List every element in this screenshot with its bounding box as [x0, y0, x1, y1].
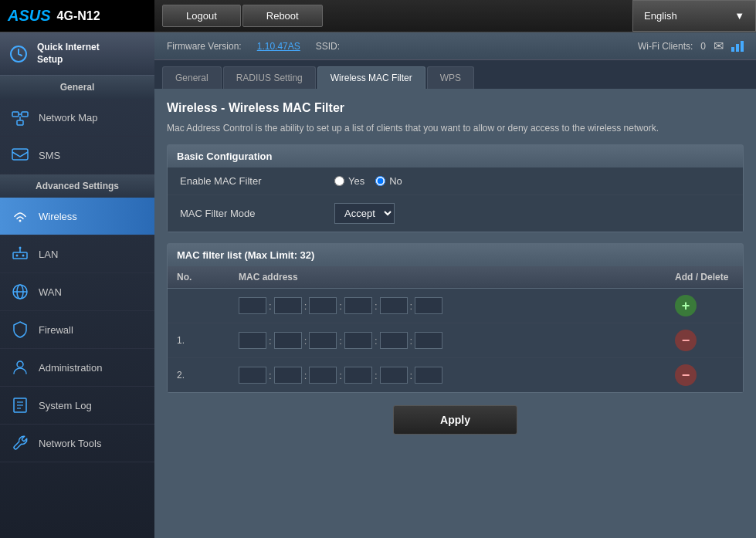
mac-octet-1-6[interactable]	[415, 332, 442, 349]
sidebar-label-lan: LAN	[39, 249, 58, 260]
tab-mac-filter[interactable]: Wireless MAC Filter	[317, 66, 425, 89]
mac-mode-select[interactable]: Accept Drop	[334, 203, 395, 224]
sidebar-label-wireless: Wireless	[39, 211, 77, 222]
mac-mode-row: MAC Filter Mode Accept Drop	[168, 195, 743, 232]
mac-octet-1-2[interactable]	[274, 332, 302, 349]
mac-sep: :	[304, 300, 307, 312]
radio-no-input[interactable]	[375, 176, 385, 186]
table-row: 1. : : : :	[168, 323, 743, 358]
content-area: Firmware Version: 1.10.47AS SSID: Wi-Fi …	[154, 32, 756, 538]
sidebar-item-network-tools[interactable]: Network Tools	[0, 425, 154, 462]
firmware-label: Firmware Version:	[167, 41, 242, 52]
mac-octet-1-5[interactable]	[380, 332, 408, 349]
mac-octet-2-5[interactable]	[380, 367, 408, 384]
apply-button[interactable]: Apply	[393, 405, 517, 435]
row-no-2: 2.	[168, 358, 229, 393]
sidebar-item-sms[interactable]: SMS	[0, 137, 154, 174]
system-log-icon	[9, 394, 31, 416]
mac-octet-0-3[interactable]	[309, 297, 337, 314]
mac-list-header: MAC filter list (Max Limit: 32)	[168, 244, 743, 266]
mac-table: No. MAC address Add / Delete	[168, 266, 743, 392]
svg-rect-1	[12, 112, 19, 117]
advanced-section-header: Advanced Settings	[0, 174, 154, 198]
svg-point-9	[16, 255, 19, 257]
logout-button[interactable]: Logout	[162, 5, 241, 27]
delete-button-1[interactable]: −	[675, 330, 697, 351]
svg-rect-6	[12, 149, 28, 160]
mac-octet-2-2[interactable]	[274, 367, 302, 384]
mac-octet-0-5[interactable]	[380, 297, 408, 314]
radio-yes-input[interactable]	[334, 176, 344, 186]
enable-mac-row: Enable MAC Filter Yes No	[168, 167, 743, 195]
radio-yes[interactable]: Yes	[334, 175, 364, 187]
mac-octet-2-4[interactable]	[344, 367, 372, 384]
logo-area: ASUS 4G-N12	[0, 0, 154, 32]
mac-octet-2-1[interactable]	[239, 367, 266, 384]
firmware-value[interactable]: 1.10.47AS	[257, 41, 300, 52]
lan-icon	[9, 243, 31, 265]
add-button-0[interactable]: +	[675, 295, 697, 316]
language-selector[interactable]: English ▼	[632, 0, 756, 32]
basic-config-header: Basic Configuration	[168, 145, 743, 167]
delete-button-2[interactable]: −	[675, 364, 697, 386]
page-title: Wireless - Wireless MAC Filter	[167, 101, 744, 115]
tab-general[interactable]: General	[162, 66, 222, 89]
mac-octet-0-2[interactable]	[274, 297, 302, 314]
col-mac: MAC address	[229, 266, 666, 289]
sidebar-item-lan[interactable]: LAN	[0, 235, 154, 273]
quick-setup-label: Quick Internet Setup	[37, 42, 100, 66]
mac-octet-2-6[interactable]	[415, 367, 442, 384]
col-add-del: Add / Delete	[666, 266, 743, 289]
mac-octet-0-6[interactable]	[415, 297, 442, 314]
row-no-0	[168, 289, 229, 323]
mac-sep: :	[304, 335, 307, 347]
sidebar: Quick Internet Setup General Network Map	[0, 32, 154, 538]
mac-sep: :	[269, 335, 272, 347]
mac-octet-0-4[interactable]	[344, 297, 372, 314]
table-row: : : : : :	[168, 289, 743, 323]
mac-octet-1-4[interactable]	[344, 332, 372, 349]
mac-sep: :	[339, 300, 342, 312]
tab-radius[interactable]: RADIUS Setting	[223, 66, 316, 89]
sidebar-item-network-map[interactable]: Network Map	[0, 99, 154, 137]
svg-rect-3	[17, 120, 23, 125]
radio-yes-label: Yes	[348, 175, 364, 187]
radio-no-label: No	[389, 175, 402, 187]
sidebar-label-administration: Administration	[39, 362, 102, 374]
sidebar-item-system-log[interactable]: System Log	[0, 387, 154, 425]
sidebar-label-sms: SMS	[39, 150, 60, 161]
radio-no[interactable]: No	[375, 175, 402, 187]
main-layout: Quick Internet Setup General Network Map	[0, 32, 756, 538]
row-mac-0: : : : : :	[229, 289, 666, 323]
signal-icon	[731, 41, 744, 52]
sms-icon	[9, 144, 31, 166]
sidebar-item-administration[interactable]: Administration	[0, 349, 154, 387]
svg-point-7	[19, 220, 22, 222]
mac-mode-control: Accept Drop	[334, 203, 395, 224]
mac-octet-0-1[interactable]	[239, 297, 266, 314]
row-no-1: 1.	[168, 323, 229, 358]
col-no: No.	[168, 266, 229, 289]
tab-wps[interactable]: WPS	[427, 66, 474, 89]
administration-icon	[9, 357, 31, 378]
enable-mac-label: Enable MAC Filter	[180, 175, 334, 187]
mac-octet-1-3[interactable]	[309, 332, 337, 349]
mac-octet-2-3[interactable]	[309, 367, 337, 384]
mac-octet-1-1[interactable]	[239, 332, 266, 349]
sidebar-item-wan[interactable]: WAN	[0, 273, 154, 311]
row-action-2: −	[666, 358, 743, 393]
sidebar-item-wireless[interactable]: Wireless	[0, 198, 154, 235]
svg-point-16	[17, 361, 23, 367]
sidebar-item-firewall[interactable]: Firewall	[0, 311, 154, 349]
sidebar-label-firewall: Firewall	[39, 324, 73, 336]
mac-sep: :	[410, 300, 413, 312]
language-label: English	[644, 10, 677, 22]
basic-config-section: Basic Configuration Enable MAC Filter Ye…	[167, 144, 744, 232]
row-mac-1: : : : : :	[229, 323, 666, 358]
sidebar-label-wan: WAN	[39, 286, 62, 298]
reboot-button[interactable]: Reboot	[242, 5, 323, 27]
email-icon[interactable]: ✉	[714, 39, 724, 53]
quick-internet-setup[interactable]: Quick Internet Setup	[0, 32, 154, 76]
enable-mac-control: Yes No	[334, 175, 402, 187]
status-bar: Firmware Version: 1.10.47AS SSID: Wi-Fi …	[154, 32, 756, 60]
